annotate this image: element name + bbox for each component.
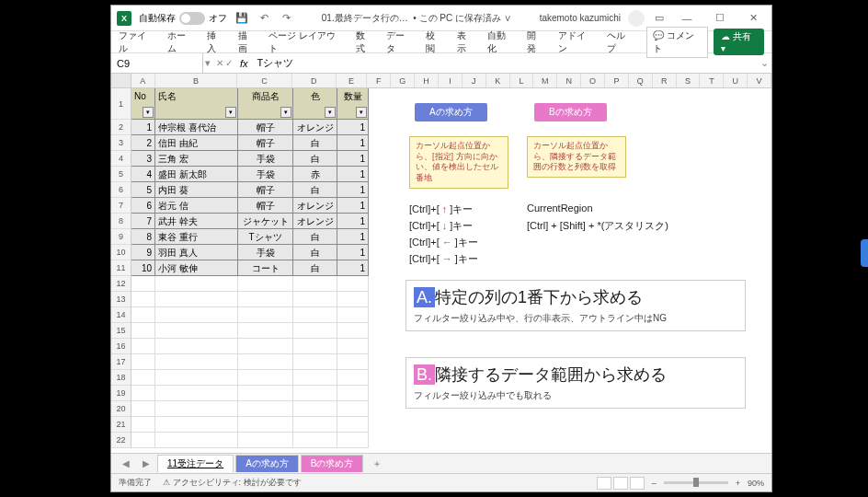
row-header[interactable]: 5 bbox=[111, 167, 131, 182]
row-header[interactable]: 13 bbox=[111, 292, 131, 307]
view-normal[interactable] bbox=[597, 477, 611, 490]
cell-color[interactable]: 白 bbox=[293, 229, 337, 245]
row-header[interactable]: 2 bbox=[111, 120, 131, 135]
cell-product[interactable]: 手袋 bbox=[238, 245, 293, 260]
row-header[interactable]: 16 bbox=[111, 339, 131, 354]
col-H[interactable]: H bbox=[415, 74, 439, 87]
col-D[interactable]: D bbox=[292, 74, 337, 87]
fx-icon[interactable]: fx bbox=[236, 58, 252, 69]
col-K[interactable]: K bbox=[486, 74, 510, 87]
cell-color[interactable]: 白 bbox=[293, 135, 337, 151]
share-button[interactable]: ☁ 共有 ▾ bbox=[714, 29, 764, 55]
row-header[interactable]: 15 bbox=[111, 323, 131, 339]
cell-qty[interactable]: 1 bbox=[337, 260, 369, 276]
cell-qty[interactable]: 1 bbox=[337, 182, 369, 198]
cell-no[interactable]: 2 bbox=[131, 135, 155, 151]
zoom-in[interactable]: + bbox=[736, 479, 740, 488]
status-accessibility[interactable]: ⚠ アクセシビリティ: 検討が必要です bbox=[163, 477, 302, 489]
select-all-corner[interactable] bbox=[111, 74, 131, 87]
tab-review[interactable]: 校閲 bbox=[426, 29, 443, 55]
col-S[interactable]: S bbox=[677, 74, 701, 87]
tab-draw[interactable]: 描画 bbox=[238, 29, 256, 55]
row-header[interactable]: 3 bbox=[111, 135, 131, 151]
filter-icon[interactable]: ▾ bbox=[325, 107, 336, 118]
cell-name[interactable]: 武井 幹夫 bbox=[155, 214, 238, 229]
cell-qty[interactable]: 1 bbox=[337, 167, 369, 182]
cell-product[interactable]: コート bbox=[238, 260, 293, 276]
col-J[interactable]: J bbox=[463, 74, 486, 87]
cell-product[interactable]: ジャケット bbox=[238, 214, 293, 229]
tab-help[interactable]: ヘルプ bbox=[607, 29, 634, 55]
sheet-tab-1[interactable]: 11受注データ bbox=[157, 455, 234, 472]
tab-insert[interactable]: 挿入 bbox=[207, 29, 224, 55]
cell-product[interactable]: Tシャツ bbox=[238, 229, 293, 245]
row-header[interactable]: 19 bbox=[111, 386, 131, 401]
toggle-icon[interactable] bbox=[179, 12, 205, 25]
sheet-tab-3[interactable]: Bの求め方 bbox=[301, 455, 364, 472]
zoom-slider[interactable] bbox=[664, 481, 728, 484]
tab-automate[interactable]: 自動化 bbox=[487, 29, 514, 55]
col-Q[interactable]: Q bbox=[629, 74, 653, 87]
col-U[interactable]: U bbox=[724, 74, 748, 87]
cell-color[interactable]: オレンジ bbox=[293, 214, 337, 229]
cell-product[interactable]: 帽子 bbox=[238, 182, 293, 198]
col-G[interactable]: G bbox=[391, 74, 415, 87]
col-R[interactable]: R bbox=[653, 74, 677, 87]
row-header[interactable]: 12 bbox=[111, 276, 131, 292]
name-box[interactable]: C9 bbox=[111, 53, 203, 73]
tab-data[interactable]: データ bbox=[386, 29, 413, 55]
col-N[interactable]: N bbox=[557, 74, 581, 87]
button-a[interactable]: Aの求め方 bbox=[415, 103, 487, 121]
sheet-tab-2[interactable]: Aの求め方 bbox=[235, 455, 299, 472]
filter-icon[interactable]: ▾ bbox=[143, 107, 154, 118]
cell-color[interactable]: 白 bbox=[293, 151, 337, 167]
col-V[interactable]: V bbox=[748, 74, 771, 87]
cell-name[interactable]: 信田 由紀 bbox=[155, 135, 238, 151]
enter-icon[interactable]: ✓ bbox=[225, 58, 233, 68]
col-C[interactable]: C bbox=[237, 74, 292, 87]
cell-no[interactable]: 8 bbox=[131, 229, 155, 245]
sheet-area[interactable]: A B C D E F G H I J K L M N O P Q R S T … bbox=[111, 74, 771, 453]
cancel-icon[interactable]: ✕ bbox=[216, 58, 223, 68]
expand-formula-icon[interactable]: ⌄ bbox=[757, 57, 771, 69]
cell-no[interactable]: 5 bbox=[131, 182, 155, 198]
zoom-level[interactable]: 90% bbox=[748, 479, 764, 488]
cell-no[interactable]: 7 bbox=[131, 214, 155, 229]
cell-no[interactable]: 10 bbox=[131, 260, 155, 276]
tab-nav-next[interactable]: ▶ bbox=[137, 458, 155, 468]
view-pagebreak[interactable] bbox=[630, 477, 645, 490]
row-header[interactable]: 18 bbox=[111, 370, 131, 386]
cell-name[interactable]: 小河 敏伸 bbox=[155, 260, 238, 276]
cell-no[interactable]: 3 bbox=[131, 151, 155, 167]
col-P[interactable]: P bbox=[605, 74, 629, 87]
col-T[interactable]: T bbox=[700, 74, 724, 87]
row-header[interactable]: 7 bbox=[111, 198, 131, 214]
cell-qty[interactable]: 1 bbox=[337, 198, 369, 214]
cell-color[interactable]: 赤 bbox=[293, 167, 337, 182]
cell-name[interactable]: 盛田 新太郎 bbox=[155, 167, 238, 182]
cell-product[interactable]: 帽子 bbox=[238, 198, 293, 214]
cell-no[interactable]: 1 bbox=[131, 120, 155, 135]
tab-file[interactable]: ファイル bbox=[119, 29, 154, 55]
row-header[interactable]: 8 bbox=[111, 214, 131, 229]
row-header[interactable]: 11 bbox=[111, 260, 131, 276]
user-name[interactable]: takemoto kazumichi bbox=[540, 13, 621, 23]
side-panel-tab[interactable] bbox=[861, 239, 868, 267]
redo-icon[interactable]: ↷ bbox=[279, 11, 293, 26]
col-I[interactable]: I bbox=[439, 74, 463, 87]
row-header[interactable]: 21 bbox=[111, 417, 131, 433]
cell-qty[interactable]: 1 bbox=[337, 135, 369, 151]
cell-qty[interactable]: 1 bbox=[337, 214, 369, 229]
row-header[interactable]: 9 bbox=[111, 229, 131, 245]
cell-no[interactable]: 6 bbox=[131, 198, 155, 214]
col-L[interactable]: L bbox=[510, 74, 534, 87]
row-header[interactable]: 10 bbox=[111, 245, 131, 260]
row-header[interactable]: 1 bbox=[111, 88, 131, 120]
ribbon-mode-icon[interactable]: ▭ bbox=[652, 11, 667, 26]
filter-icon[interactable]: ▾ bbox=[225, 107, 236, 118]
tab-pagelayout[interactable]: ページ レイアウト bbox=[268, 29, 343, 55]
tab-formulas[interactable]: 数式 bbox=[356, 29, 373, 55]
tab-developer[interactable]: 開発 bbox=[527, 29, 544, 55]
cell-product[interactable]: 帽子 bbox=[238, 120, 293, 135]
cell-name[interactable]: 内田 葵 bbox=[155, 182, 238, 198]
